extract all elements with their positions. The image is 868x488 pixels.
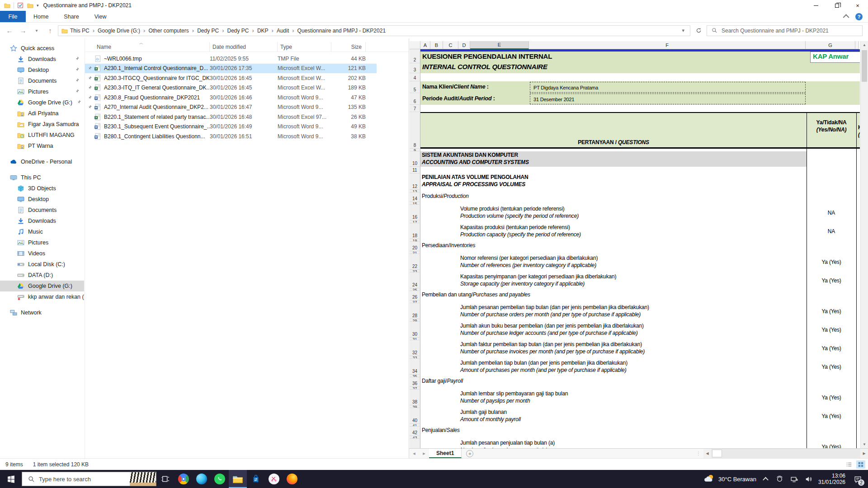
table-row[interactable]: ~WRL0066.tmp11/02/2025 9:55TMP File44 KB [85,54,377,64]
sidebar-item-3d-objects[interactable]: 3D Objects [0,183,84,194]
splitter-dots-icon[interactable]: ⋮ [693,451,703,456]
breadcrumb-segment[interactable]: Questionnaire and PMPJ - DKP2021 [297,28,386,34]
microsoft-store-icon[interactable] [247,470,265,488]
sidebar-item-figar-jaya-samudra[interactable]: Figar Jaya Samudra [0,119,84,130]
address-bar[interactable]: This PC›Google Drive (G:)›Other computer… [58,25,690,36]
sidebar-item-pictures[interactable]: Pictures [0,237,84,248]
edge-icon[interactable] [193,470,211,488]
breadcrumb-segment[interactable]: Audit [277,28,289,34]
table-row[interactable]: XB220.1_Statement of related party trans… [85,112,377,122]
table-row[interactable]: WA230.8_Fraud Questionnaire_DKP202130/01… [85,93,377,103]
breadcrumb-separator-icon[interactable]: › [91,27,96,34]
qat-customize-chevron-icon[interactable]: ▾ [37,3,39,8]
sidebar-item-google-drive-g[interactable]: Google Drive (G:) [0,97,84,108]
recent-locations-chevron-icon[interactable]: ▾ [31,25,42,36]
tab-home[interactable]: Home [26,11,56,22]
column-header-size[interactable]: Size [331,42,366,52]
column-header-name[interactable]: Name [94,42,210,52]
search-input[interactable] [722,28,853,34]
scroll-right-icon[interactable]: ▶ [860,449,868,458]
sidebar-item-network[interactable]: Network [0,307,84,318]
chrome-icon[interactable] [175,470,193,488]
breadcrumb-separator-icon[interactable]: › [191,27,195,34]
table-row[interactable]: WA270_Internal Audit Questionnaire_DKP2.… [85,103,377,113]
preview-horizontal-scrollbar[interactable] [711,449,860,458]
breadcrumb-separator-icon[interactable]: › [251,27,255,34]
network-icon[interactable] [789,473,799,485]
breadcrumb-separator-icon[interactable]: › [270,27,275,34]
table-row[interactable]: WB280.1_Contingent Liabilities Questionn… [85,131,377,141]
scroll-down-icon[interactable]: ▼ [861,441,868,448]
address-dropdown-chevron-icon[interactable]: ▾ [679,28,687,33]
scroll-thumb[interactable] [712,450,722,457]
tray-expand-chevron-icon[interactable] [763,477,769,483]
sheet-tab[interactable]: Sheet1 [429,449,462,458]
task-view-button[interactable] [156,470,175,488]
firefox-icon[interactable] [283,470,301,488]
breadcrumb-segment[interactable]: Other computers [148,28,189,34]
tab-share[interactable]: Share [56,11,86,22]
restore-button[interactable] [826,0,847,11]
sidebar-item-this-pc[interactable]: This PC [0,172,84,183]
details-view-icon[interactable] [844,460,854,469]
sidebar-item-pt-warna[interactable]: PT Warna [0,141,84,151]
breadcrumb-separator-icon[interactable]: › [142,27,146,34]
sidebar-item-music[interactable]: Music [0,226,84,237]
back-button[interactable]: ← [4,25,15,36]
add-sheet-icon[interactable]: + [466,450,473,457]
scroll-left-icon[interactable]: ◀ [703,449,711,458]
large-icons-view-icon[interactable] [856,460,865,469]
breadcrumb-separator-icon[interactable]: › [221,27,225,34]
sidebar-item-desktop[interactable]: Desktop [0,65,84,75]
column-header-type[interactable]: Type [278,42,331,52]
sidebar-item-documents[interactable]: Documents [0,75,84,86]
expand-ribbon-icon[interactable] [843,14,849,20]
weather-widget[interactable]: 30°C Berawan [703,473,756,486]
sidebar-item-data-d[interactable]: DATA (D:) [0,270,84,281]
snipping-tool-icon[interactable] [265,470,283,488]
sidebar-item-desktop[interactable]: Desktop [0,194,84,205]
refresh-button[interactable] [692,25,705,36]
scroll-thumb[interactable] [862,50,867,82]
preview-vertical-scrollbar[interactable]: ▲ ▼ [860,41,868,448]
meet-now-icon[interactable] [775,473,785,485]
help-icon[interactable]: ? [855,13,863,20]
tab-view[interactable]: View [87,11,114,22]
notification-center-button[interactable]: 2 [850,470,865,488]
taskbar-search[interactable]: Type here to search [22,472,156,486]
sidebar-item-luthfi-magang[interactable]: LUTHFI MAGANG [0,130,84,141]
close-button[interactable]: × [847,0,868,11]
up-button[interactable]: ↑ [44,25,56,36]
search-highlight-image[interactable] [130,472,156,486]
file-explorer-taskbar-icon[interactable] [229,470,247,488]
properties-check-icon[interactable] [17,2,24,9]
sidebar-item-pictures[interactable]: Pictures [0,86,84,97]
scroll-up-icon[interactable]: ▲ [861,41,868,49]
column-header-date-modified[interactable]: Date modified [210,42,278,52]
minimize-button[interactable] [806,0,826,11]
sidebar-item-quick-access[interactable]: Quick access [0,43,84,54]
new-folder-icon[interactable] [27,2,34,9]
sheet-prev-icon[interactable]: ◂ [409,450,419,456]
sidebar-item-documents[interactable]: Documents [0,205,84,216]
sidebar-item-downloads[interactable]: Downloads [0,54,84,65]
table-row[interactable]: XA230.3-ITGCQ_Questionnaire for ITGC_DK.… [85,73,377,83]
breadcrumb-segment[interactable]: This PC [70,28,90,34]
breadcrumb-segment[interactable]: Dedy PC [197,28,219,34]
breadcrumb-segment[interactable]: DKP [257,28,269,34]
sidebar-item-adi-priyatna[interactable]: Adi Priyatna [0,108,84,119]
sidebar-item-downloads[interactable]: Downloads [0,216,84,226]
sheet-next-icon[interactable]: ▸ [419,450,429,456]
sidebar-item-onedrive-personal[interactable]: OneDrive - Personal [0,156,84,167]
sidebar-item-kkp-anwar-dan-rekan-1[interactable]: kkp anwar dan rekan (\\1 [0,291,84,302]
breadcrumb-separator-icon[interactable]: › [291,27,295,34]
whatsapp-icon[interactable] [211,470,229,488]
explorer-search[interactable] [707,25,863,36]
sidebar-item-videos[interactable]: Videos [0,248,84,259]
tab-file[interactable]: File [0,11,26,22]
sidebar-item-local-disk-c[interactable]: Local Disk (C:) [0,259,84,270]
clock[interactable]: 13:06 31/01/2026 [818,473,845,485]
start-button[interactable] [0,470,22,488]
forward-button[interactable]: → [17,25,29,36]
volume-icon[interactable] [804,473,814,485]
